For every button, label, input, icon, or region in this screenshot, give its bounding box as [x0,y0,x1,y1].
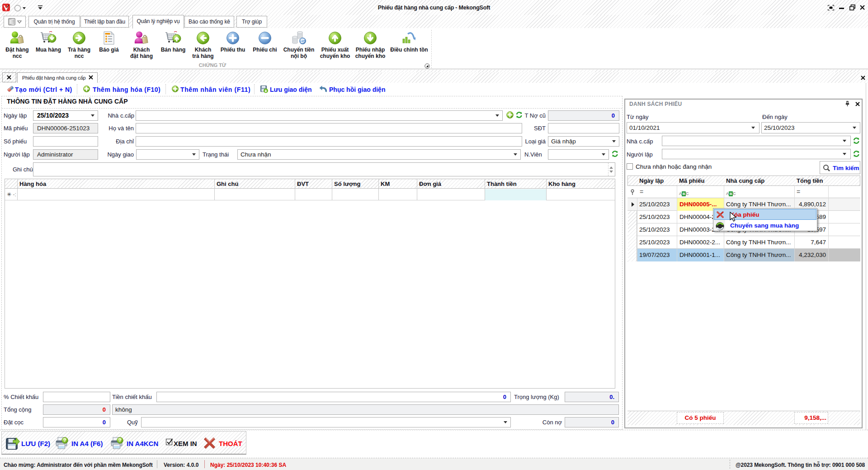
svg-text:?: ? [63,437,66,443]
svg-text:?: ? [118,437,121,443]
